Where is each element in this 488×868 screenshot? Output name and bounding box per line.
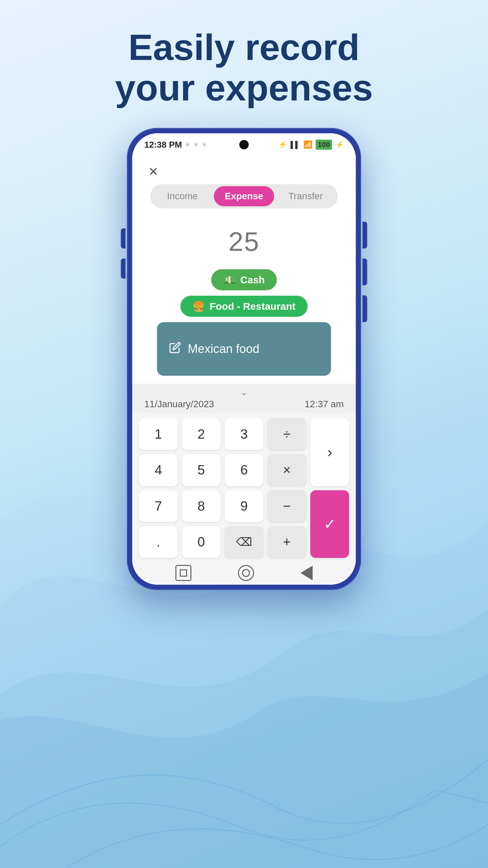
key-multiply[interactable]: × — [267, 454, 306, 486]
amount-value: 25 — [229, 227, 260, 256]
category-selector[interactable]: 🍔 Food - Restaurant — [181, 296, 307, 317]
wifi-icon: 📶 — [303, 140, 312, 149]
account-label: Cash — [240, 274, 265, 286]
status-right-icons: ⚡ ▌▌ 📶 100 ⚡ — [278, 140, 344, 150]
key-0[interactable]: 0 — [182, 526, 221, 558]
key-8[interactable]: 8 — [182, 490, 221, 522]
burger-icon: 🍔 — [192, 300, 205, 312]
key-7[interactable]: 7 — [139, 490, 178, 522]
title-line2: your expenses — [115, 67, 373, 108]
transaction-details: 💵 Cash 🍔 Food - Restaurant — [132, 264, 356, 384]
square-nav-button[interactable] — [175, 565, 191, 581]
signal-icon: ▌▌ — [291, 141, 300, 149]
key-9[interactable]: 9 — [225, 490, 263, 522]
key-decimal[interactable]: . — [139, 526, 178, 558]
key-divide[interactable]: ÷ — [267, 418, 306, 450]
amount-display: 25 — [132, 216, 356, 264]
status-bar: 12:38 PM ✳ ✳ ✳ ⚡ ▌▌ 📶 100 ⚡ — [132, 133, 356, 156]
phone-mockup: 12:38 PM ✳ ✳ ✳ ⚡ ▌▌ 📶 100 ⚡ — [127, 128, 361, 590]
square-icon — [180, 569, 187, 577]
circle-icon — [242, 569, 250, 577]
tab-switcher: Income Expense Transfer — [132, 184, 356, 216]
cash-icon: 💵 — [223, 274, 236, 286]
key-subtract[interactable]: − — [267, 490, 306, 522]
calculator-keypad: 1 2 3 ÷ › 4 5 6 × 7 8 9 − ✓ — [132, 413, 356, 561]
tab-income[interactable]: Income — [152, 186, 213, 206]
time-display: 12:38 PM — [144, 140, 182, 150]
indicator-icon-3: ✳ — [201, 141, 207, 149]
indicator-icon-1: ✳ — [185, 141, 190, 149]
home-bar — [132, 561, 356, 585]
date-time-row: ⌄ 11/January/2023 12:37 am — [132, 384, 356, 413]
key-1[interactable]: 1 — [139, 418, 178, 450]
key-5[interactable]: 5 — [182, 454, 221, 486]
key-2[interactable]: 2 — [182, 418, 221, 450]
key-3[interactable]: 3 — [225, 418, 263, 450]
status-left: 12:38 PM ✳ ✳ ✳ — [144, 140, 207, 150]
circle-nav-button[interactable] — [238, 565, 254, 581]
indicator-icon-2: ✳ — [193, 141, 199, 149]
account-selector[interactable]: 💵 Cash — [211, 269, 277, 290]
back-nav-button[interactable] — [300, 566, 313, 580]
bluetooth-icon: ⚡ — [278, 140, 287, 149]
close-button[interactable]: ✕ — [144, 163, 162, 181]
transaction-type-tabs: Income Expense Transfer — [150, 184, 338, 208]
top-bar: ✕ — [132, 156, 356, 184]
tab-expense[interactable]: Expense — [214, 186, 274, 206]
app-content: ✕ Income Expense Transfer 25 — [132, 156, 356, 585]
collapse-icon[interactable]: ⌄ — [240, 387, 248, 398]
title-line1: Easily record — [115, 27, 373, 67]
phone-body: 12:38 PM ✳ ✳ ✳ ⚡ ▌▌ 📶 100 ⚡ — [127, 128, 361, 590]
battery-icon: 100 — [316, 140, 332, 150]
phone-screen: 12:38 PM ✳ ✳ ✳ ⚡ ▌▌ 📶 100 ⚡ — [132, 133, 356, 585]
page-title: Easily record your expenses — [115, 27, 373, 108]
key-add[interactable]: + — [267, 526, 306, 558]
key-4[interactable]: 4 — [139, 454, 178, 486]
key-confirm[interactable]: ✓ — [310, 490, 349, 558]
note-text: Mexican food — [188, 342, 259, 356]
date-value[interactable]: 11/January/2023 — [144, 399, 214, 409]
category-label: Food - Restaurant — [209, 301, 296, 312]
key-6[interactable]: 6 — [225, 454, 263, 486]
backspace-icon: ⌫ — [236, 535, 252, 549]
tab-transfer[interactable]: Transfer — [275, 186, 336, 206]
date-time-values: 11/January/2023 12:37 am — [144, 399, 344, 409]
key-backspace[interactable]: ⌫ — [225, 526, 263, 558]
charge-icon: ⚡ — [335, 141, 344, 149]
checkmark-icon: ✓ — [324, 516, 336, 532]
camera-notch — [239, 140, 249, 149]
time-value[interactable]: 12:37 am — [304, 399, 344, 409]
edit-icon — [169, 342, 181, 356]
key-next[interactable]: › — [310, 418, 349, 486]
note-field[interactable]: Mexican food — [157, 322, 331, 376]
